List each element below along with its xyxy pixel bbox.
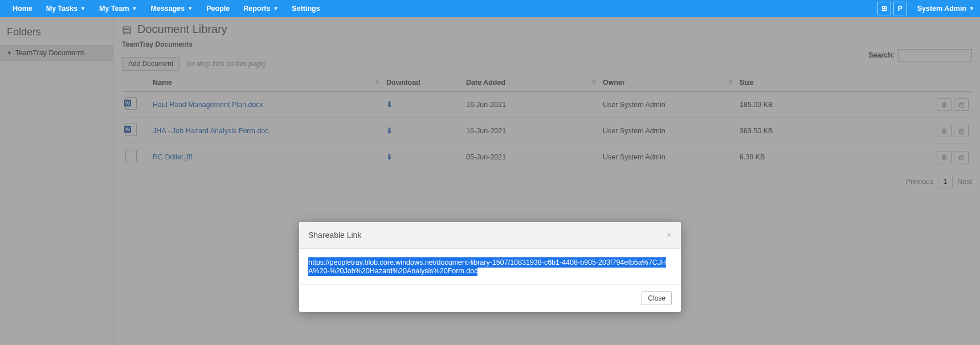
nav-home[interactable]: Home bbox=[6, 0, 39, 17]
caret-down-icon: ▼ bbox=[273, 6, 278, 11]
user-label: System Admin bbox=[917, 5, 966, 13]
nav-my-tasks-label: My Tasks bbox=[46, 5, 77, 13]
top-nav: Home My Tasks▼ My Team▼ Messages▼ People… bbox=[0, 0, 980, 17]
shareable-link-text[interactable]: https://peopletray.blob.core.windows.net… bbox=[308, 257, 666, 276]
nav-messages[interactable]: Messages▼ bbox=[144, 0, 200, 17]
nav-messages-label: Messages bbox=[151, 5, 185, 13]
nav-settings[interactable]: Settings bbox=[285, 0, 326, 17]
nav-people[interactable]: People bbox=[199, 0, 236, 17]
close-icon[interactable]: × bbox=[667, 230, 672, 240]
nav-my-team[interactable]: My Team▼ bbox=[92, 0, 144, 17]
user-menu[interactable]: System Admin▼ bbox=[917, 5, 974, 13]
shareable-link-modal: Shareable Link × https://peopletray.blob… bbox=[299, 222, 681, 312]
p-icon-button[interactable]: P bbox=[893, 2, 907, 15]
caret-down-icon: ▼ bbox=[80, 6, 85, 11]
nav-my-tasks[interactable]: My Tasks▼ bbox=[39, 0, 92, 17]
modal-title: Shareable Link bbox=[308, 231, 361, 240]
caret-down-icon: ▼ bbox=[187, 6, 193, 11]
grid-icon-button[interactable]: ⊞ bbox=[877, 2, 891, 15]
caret-down-icon: ▼ bbox=[969, 6, 974, 11]
nav-reports-label: Reports bbox=[243, 5, 270, 13]
close-button[interactable]: Close bbox=[642, 291, 672, 305]
nav-reports[interactable]: Reports▼ bbox=[236, 0, 285, 17]
nav-my-team-label: My Team bbox=[99, 5, 129, 13]
caret-down-icon: ▼ bbox=[132, 6, 137, 11]
modal-overlay: Shareable Link × https://peopletray.blob… bbox=[0, 17, 980, 345]
